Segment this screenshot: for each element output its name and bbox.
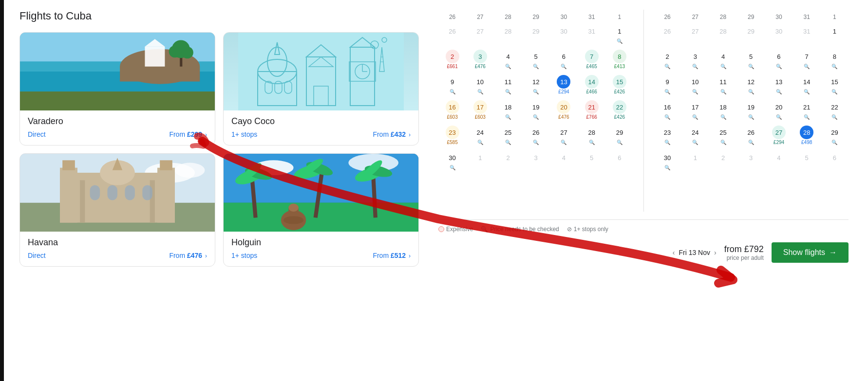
cal-day[interactable]: 25🔍 bbox=[709, 124, 737, 149]
cal-day[interactable]: 19🔍 bbox=[522, 98, 550, 124]
cal-day[interactable]: 22£426 bbox=[605, 98, 633, 124]
cal-header-cell: 27 bbox=[466, 12, 494, 22]
cal-day-price: £294 bbox=[774, 140, 784, 145]
cal-day[interactable]: 9🔍 bbox=[438, 73, 466, 98]
cal-day[interactable]: 26🔍 bbox=[522, 124, 550, 149]
cal-search-icon: 🔍 bbox=[804, 89, 810, 94]
destination-card-cayo-coco[interactable]: Cayo Coco 1+ stops From £432 › bbox=[223, 32, 419, 145]
cal-day-number: 3 bbox=[473, 50, 487, 63]
cal-day[interactable]: 27🔍 bbox=[550, 124, 578, 149]
cal-day-number: 20 bbox=[557, 100, 570, 114]
cal-day[interactable]: 11🔍 bbox=[494, 73, 522, 98]
cal-day[interactable]: 3🔍 bbox=[681, 48, 709, 73]
cal-day[interactable]: 21🔍 bbox=[793, 98, 821, 124]
cal-day[interactable]: 24🔍 bbox=[681, 124, 709, 149]
cal-day[interactable]: 1 bbox=[821, 22, 849, 48]
arrow-left-icon[interactable]: ‹ bbox=[673, 249, 675, 256]
cal-day[interactable]: 4🔍 bbox=[494, 48, 522, 73]
cal-search-icon: 🔍 bbox=[664, 64, 670, 69]
destination-card-varadero[interactable]: Varadero Direct From £299 › bbox=[19, 32, 215, 145]
cal-day[interactable]: 7🔍 bbox=[793, 48, 821, 73]
cal-day[interactable]: 11🔍 bbox=[709, 73, 737, 98]
cal-search-icon: 🔍 bbox=[776, 64, 782, 69]
cal-day[interactable]: 10🔍 bbox=[466, 73, 494, 98]
cal-day[interactable]: 12🔍 bbox=[522, 73, 550, 98]
cal-day[interactable]: 27£294 bbox=[765, 124, 793, 149]
cal-day-number: 26 bbox=[744, 126, 758, 139]
cal-day[interactable]: 3£476 bbox=[466, 48, 494, 73]
cal-search-icon: 🔍 bbox=[533, 114, 539, 120]
cal-day[interactable]: 4🔍 bbox=[709, 48, 737, 73]
cal-day[interactable]: 16🔍 bbox=[654, 98, 681, 124]
cal-day[interactable]: 17🔍 bbox=[681, 98, 709, 124]
cal-search-icon: 🔍 bbox=[692, 140, 698, 145]
price-bar: ‹ Fri 13 Nov › from £792 price per adult… bbox=[438, 238, 849, 267]
stops-icon: ⊘ bbox=[567, 226, 572, 233]
cal-day[interactable]: 8£413 bbox=[605, 48, 633, 73]
svg-rect-43 bbox=[80, 180, 85, 222]
cal-day[interactable]: 2£661 bbox=[438, 48, 466, 73]
cal-day-price: £426 bbox=[614, 89, 625, 94]
cal-day[interactable]: 8🔍 bbox=[821, 48, 849, 73]
cal-search-icon: 🔍 bbox=[617, 140, 623, 145]
cal-day[interactable]: 20£476 bbox=[550, 98, 578, 124]
cal-day-number: 24 bbox=[473, 126, 487, 139]
cal-day[interactable]: 21£766 bbox=[578, 98, 605, 124]
cal-day[interactable]: 13🔍 bbox=[765, 73, 793, 98]
cal-day-number: 28 bbox=[501, 24, 515, 38]
destination-card-holguin[interactable]: Holguin 1+ stops From £512 › bbox=[223, 153, 419, 267]
cal-day[interactable]: 23£585 bbox=[438, 124, 466, 149]
cal-day[interactable]: 1🔍 bbox=[605, 22, 633, 48]
cal-day-number: 4 bbox=[557, 151, 570, 164]
cal-day[interactable]: 5🔍 bbox=[737, 48, 765, 73]
cal-search-icon: 🔍 bbox=[692, 64, 698, 69]
cal-day[interactable]: 24🔍 bbox=[466, 124, 494, 149]
stops-only-label: 1+ stops only bbox=[574, 226, 608, 233]
cal-day-number: 24 bbox=[688, 126, 702, 139]
cal-day[interactable]: 6🔍 bbox=[550, 48, 578, 73]
cal-day[interactable]: 15🔍 bbox=[821, 73, 849, 98]
cal-search-icon: 🔍 bbox=[720, 140, 726, 145]
cal-day[interactable]: 18🔍 bbox=[709, 98, 737, 124]
arrow-right-icon[interactable]: › bbox=[714, 249, 717, 256]
cal-day[interactable]: 26🔍 bbox=[737, 124, 765, 149]
cal-day[interactable]: 7£465 bbox=[578, 48, 605, 73]
cal-day: 26 bbox=[654, 22, 681, 48]
destination-card-havana[interactable]: Havana Direct From £476 › bbox=[19, 153, 215, 267]
cal-day[interactable]: 18🔍 bbox=[494, 98, 522, 124]
cal-day[interactable]: 14🔍 bbox=[793, 73, 821, 98]
cal-day[interactable]: 28🔍 bbox=[578, 124, 605, 149]
cal-day[interactable]: 12🔍 bbox=[737, 73, 765, 98]
cal-day[interactable]: 30🔍 bbox=[438, 149, 466, 174]
cal-day[interactable]: 22🔍 bbox=[821, 98, 849, 124]
cal-day[interactable]: 30🔍 bbox=[654, 149, 681, 174]
cal-day-number: 1 bbox=[828, 24, 841, 38]
cal-day[interactable]: 16£603 bbox=[438, 98, 466, 124]
cal-day[interactable]: 19🔍 bbox=[737, 98, 765, 124]
cal-day-price: £294 bbox=[558, 89, 569, 94]
cal-day[interactable]: 6🔍 bbox=[765, 48, 793, 73]
cal-day[interactable]: 29🔍 bbox=[605, 124, 633, 149]
cal-day-price: £476 bbox=[475, 64, 486, 69]
show-flights-button[interactable]: Show flights → bbox=[772, 242, 849, 263]
cal-day[interactable]: 13£294 bbox=[550, 73, 578, 98]
cal-search-icon: 🔍 bbox=[748, 114, 754, 120]
cal-day[interactable]: 25🔍 bbox=[494, 124, 522, 149]
cal-day-number: 14 bbox=[800, 75, 813, 89]
cal-day[interactable]: 23🔍 bbox=[654, 124, 681, 149]
cal-day[interactable]: 14£466 bbox=[578, 73, 605, 98]
cal-day[interactable]: 28£498 bbox=[793, 124, 821, 149]
cal-day[interactable]: 15£426 bbox=[605, 73, 633, 98]
cal-search-icon: 🔍 bbox=[720, 114, 726, 120]
cal-day[interactable]: 10🔍 bbox=[681, 73, 709, 98]
cal-day[interactable]: 5🔍 bbox=[522, 48, 550, 73]
cal-day-number: 5 bbox=[585, 151, 599, 164]
cal-day[interactable]: 29🔍 bbox=[821, 124, 849, 149]
cal-day[interactable]: 9🔍 bbox=[654, 73, 681, 98]
expensive-dot bbox=[438, 226, 444, 232]
cal-day[interactable]: 17£603 bbox=[466, 98, 494, 124]
cal-day[interactable]: 20🔍 bbox=[765, 98, 793, 124]
cal-day[interactable]: 2🔍 bbox=[654, 48, 681, 73]
varadero-price: From £299 › bbox=[169, 130, 207, 138]
cal-search-icon: 🔍 bbox=[505, 114, 511, 120]
